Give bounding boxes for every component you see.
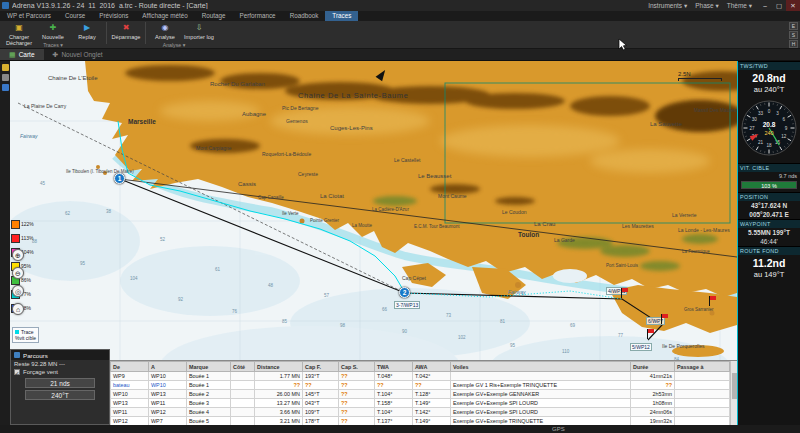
- buoy-flag-icon[interactable]: [709, 296, 717, 306]
- wind-speed-field[interactable]: 21 nds: [25, 378, 95, 388]
- document-tab-bar: ▦Carte✚Nouvel Onglet: [0, 49, 800, 61]
- close-button[interactable]: ✕: [786, 0, 800, 11]
- waypoint-marker-1[interactable]: 1: [114, 173, 125, 184]
- buoy-flag-icon[interactable]: [661, 314, 669, 324]
- minimize-button[interactable]: –: [758, 0, 772, 11]
- scale-swatch: [11, 220, 20, 229]
- scale-label: 113%: [21, 235, 33, 241]
- table-cell-duree: 41mn21s: [631, 372, 675, 381]
- instruments-panel: TWS/TWD 20.8nd au 240°T 0369121518212427…: [737, 61, 800, 425]
- map-tab-icon: ▦: [9, 49, 16, 61]
- column-header-passage[interactable]: Passage à: [675, 362, 730, 372]
- table-cell-duree: 24mn06s: [631, 408, 675, 417]
- ribbon-group-analyse: Analyse ▾: [138, 42, 210, 48]
- table-row[interactable]: bateauWP10Bouée 1??????????Exemple GV 1 …: [111, 381, 730, 390]
- table-cell-twa: T.104°: [375, 390, 413, 399]
- waypoint-label-5-wp12[interactable]: 5/WP12: [630, 343, 652, 351]
- ribbon-tab-affichage-m-t-o[interactable]: Affichage météo: [135, 11, 194, 21]
- chart-tool-button-1[interactable]: ⊖: [12, 267, 24, 279]
- table-cell-marque: Bouée 3: [187, 399, 231, 408]
- table-cell-de: bateau: [111, 381, 149, 390]
- table-cell-twa: T.104°: [375, 408, 413, 417]
- strip-layers-icon[interactable]: [2, 74, 9, 81]
- column-header-twa[interactable]: TWA: [375, 362, 413, 372]
- vit-cible-bar: 103 %: [741, 181, 797, 189]
- chart-tool-button-0[interactable]: ⊕: [12, 249, 24, 261]
- side-button-s[interactable]: S: [789, 31, 798, 39]
- table-cell-capf: 043°T: [303, 399, 339, 408]
- ribbon-tab-course[interactable]: Course: [58, 11, 92, 21]
- ribbon-tab-pr-visions[interactable]: Prévisions: [92, 11, 135, 21]
- ribbon-separator: [145, 22, 146, 44]
- table-row[interactable]: WP10WP13Bouée 226.00 MN145°T??T.104°T.12…: [111, 390, 730, 399]
- buoy-flag-icon[interactable]: [647, 329, 655, 339]
- table-scrollbar[interactable]: [730, 361, 737, 425]
- table-cell-awa: T.142°: [413, 408, 451, 417]
- maximize-button[interactable]: ▢: [772, 0, 786, 11]
- chart-tool-button-2[interactable]: ◎: [12, 285, 24, 297]
- parcours-header[interactable]: Parcours: [11, 350, 109, 360]
- table-cell-passage: [675, 408, 730, 417]
- column-header-voiles[interactable]: Voiles: [451, 362, 631, 372]
- menu-instruments[interactable]: Instruments ▾: [648, 2, 687, 10]
- forcage-vent-checkbox[interactable]: ✓: [14, 369, 20, 375]
- table-cell-a: WP10: [149, 381, 187, 390]
- forcage-vent-row[interactable]: ✓Forçage vent: [11, 368, 109, 376]
- table-row[interactable]: WP13WP11Bouée 313.27 MN043°T??T.158°T.14…: [111, 399, 730, 408]
- ribbon-button-nouvelle[interactable]: ✚Nouvelle: [36, 22, 70, 40]
- column-header-marque[interactable]: Marque: [187, 362, 231, 372]
- ribbon-tab-routage[interactable]: Routage: [195, 11, 233, 21]
- table-cell-duree: 2h53mn: [631, 390, 675, 399]
- ribbon-button-analyse[interactable]: ◉Analyse: [148, 22, 182, 40]
- ribbon-button-importer-log[interactable]: ⇩Importer log: [182, 22, 216, 40]
- side-button-h[interactable]: H: [789, 40, 798, 48]
- table-row[interactable]: WP9WP10Bouée 11.77 MN193°T??T.048°T.042°…: [111, 372, 730, 381]
- waypoint-marker-2[interactable]: 2: [399, 287, 410, 298]
- strip-folder-icon[interactable]: [2, 64, 9, 71]
- table-cell-distance: 26.00 MN: [255, 390, 303, 399]
- chart-tool-button-3[interactable]: ⌂: [12, 303, 24, 315]
- column-header-c-t[interactable]: Côté: [231, 362, 255, 372]
- side-button-e[interactable]: E: [789, 22, 798, 30]
- wind-direction-field[interactable]: 240°T: [25, 390, 95, 400]
- strip-globe-icon[interactable]: [2, 84, 9, 91]
- svg-text:20.8: 20.8: [763, 121, 776, 128]
- table-cell-awa: ??: [413, 381, 451, 390]
- menu-phase[interactable]: Phase ▾: [695, 2, 719, 10]
- table-cell-distance: 3.21 MN: [255, 417, 303, 426]
- ribbon-button-d-pannage[interactable]: ✖Dépannage: [109, 22, 143, 40]
- ribbon-button-label: Nouvelle: [36, 34, 70, 40]
- column-header-awa[interactable]: AWA: [413, 362, 451, 372]
- titlebar-menu: Instruments ▾Phase ▾Thème ▾: [648, 2, 752, 10]
- table-cell-twa: T.048°: [375, 372, 413, 381]
- table-row[interactable]: WP12WP7Bouée 53.21 MN178°T??T.137°T.149°…: [111, 417, 730, 426]
- table-cell-duree: 19mn32s: [631, 417, 675, 426]
- ribbon-tab-performance[interactable]: Performance: [233, 11, 283, 21]
- ribbon-tab-wp-et-parcours[interactable]: WP et Parcours: [0, 11, 58, 21]
- table-cell-a: WP11: [149, 399, 187, 408]
- table-cell-capf: 145°T: [303, 390, 339, 399]
- svg-text:12: 12: [781, 134, 787, 139]
- table-cell-passage: [675, 399, 730, 408]
- ribbon-button-replay[interactable]: ▶Replay: [70, 22, 104, 40]
- column-header-distance[interactable]: Distance: [255, 362, 303, 372]
- waypoint-label-3-7-wp13[interactable]: 3-7/WP13: [394, 301, 420, 309]
- ribbon-tab-roadbook[interactable]: Roadbook: [283, 11, 326, 21]
- buoy-flag-icon[interactable]: [621, 288, 629, 298]
- column-header-a[interactable]: A: [149, 362, 187, 372]
- svg-text:240: 240: [764, 130, 773, 136]
- doc-tab-carte[interactable]: ▦Carte: [0, 49, 44, 60]
- column-header-cap-s[interactable]: Cap S.: [339, 362, 375, 372]
- menu-th-me[interactable]: Thème ▾: [727, 2, 752, 10]
- doc-tab-nouvel-onglet[interactable]: ✚Nouvel Onglet: [44, 49, 112, 60]
- table-row[interactable]: WP11WP12Bouée 43.66 MN109°T??T.104°T.142…: [111, 408, 730, 417]
- table-cell-voiles: Exemple GV+Exemple TRINQUETTE: [451, 417, 631, 426]
- new-tab-icon: ✚: [53, 49, 59, 61]
- table-cell-cote: [231, 408, 255, 417]
- column-header-cap-f[interactable]: Cap F.: [303, 362, 339, 372]
- table-cell-awa: T.149°: [413, 399, 451, 408]
- ribbon-tab-traces[interactable]: Traces: [325, 11, 358, 21]
- column-header-de[interactable]: De: [111, 362, 149, 372]
- table-cell-distance: 1.77 MN: [255, 372, 303, 381]
- column-header-dur-e[interactable]: Durée: [631, 362, 675, 372]
